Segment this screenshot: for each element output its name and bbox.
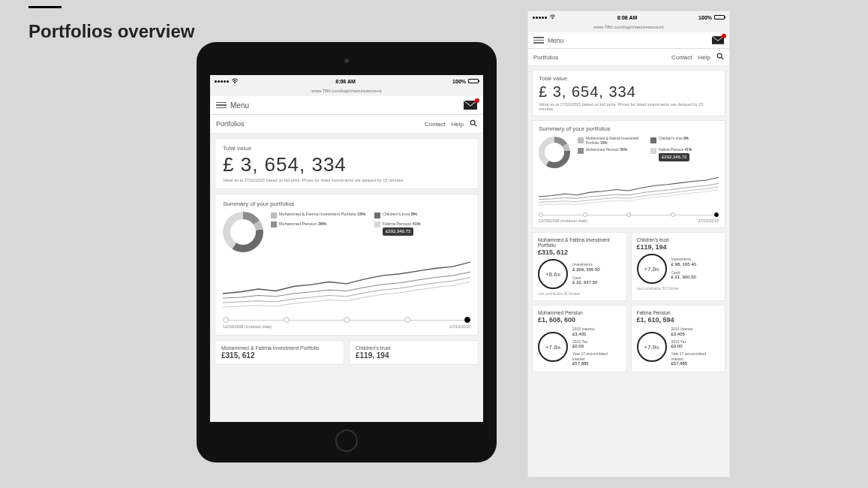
donut-chart xyxy=(539,137,570,168)
timeline-node-active[interactable] xyxy=(714,212,719,217)
timeline-node[interactable] xyxy=(223,317,229,323)
summary-title: Summary of your portfolios xyxy=(223,200,470,207)
svg-point-0 xyxy=(234,82,236,83)
timeline-node[interactable] xyxy=(284,317,290,323)
portfolio-stats: 2015 Interest£3,405 2015 Tax£0.00 Year 1… xyxy=(671,327,720,366)
change-ring: +7.8% xyxy=(538,332,568,362)
change-ring: +7.8% xyxy=(637,254,667,284)
url-bar: www.TBII.com/login/secureaccount xyxy=(210,87,483,96)
timeline-start: 12/03/1998 (initiation date) xyxy=(539,218,587,223)
notification-badge xyxy=(722,34,726,38)
menu-button[interactable]: Menu xyxy=(216,101,249,110)
ipad-camera xyxy=(344,59,349,63)
change-ring: +8.6% xyxy=(538,259,568,289)
battery-icon xyxy=(714,15,725,20)
legend-swatch xyxy=(650,148,656,154)
legend-item[interactable]: Mohammed & Fatima Investment Portfolio 1… xyxy=(578,137,646,146)
timeline-node[interactable] xyxy=(626,212,631,217)
title-rule xyxy=(29,6,62,8)
legend-item[interactable]: Fatima Pension 41%£292,346.72 xyxy=(374,221,470,236)
portfolio-card[interactable]: Mohammed & Fatima Investment Portfolio £… xyxy=(215,340,344,365)
help-link[interactable]: Help xyxy=(452,121,464,128)
summary-card: Summary of your portfolios Mohammed & Fa… xyxy=(532,120,725,228)
portfolio-name: Mohammed & Fatima Investment Portfolio xyxy=(538,237,621,248)
menu-button[interactable]: Menu xyxy=(533,37,563,44)
status-bar: 8:08 AM 100% xyxy=(210,75,483,87)
legend-item[interactable]: Mohammed Pension 36% xyxy=(578,148,646,162)
contact-link[interactable]: Contact xyxy=(425,121,446,128)
hamburger-icon xyxy=(216,102,227,109)
page-section-title: Portfolios xyxy=(533,54,558,61)
mail-button[interactable] xyxy=(712,36,724,44)
battery-icon xyxy=(468,79,479,83)
url-bar: www.TBII.com/login/secureaccount xyxy=(528,23,729,32)
legend-item[interactable]: Children's trust 8% xyxy=(650,137,719,146)
portfolio-card[interactable]: Fatima Pension £1, 610, 594 +7.9% 2015 I… xyxy=(631,305,726,372)
phone-screen: 8:08 AM 100% www.TBII.com/login/secureac… xyxy=(527,11,730,477)
total-value-label: Total value xyxy=(223,145,470,152)
portfolio-stats: 2015 Interest£3,405 2015 Tax£0.00 Year 1… xyxy=(572,327,621,366)
timeline-node[interactable] xyxy=(404,317,410,323)
battery-pct: 100% xyxy=(452,79,466,84)
search-button[interactable] xyxy=(470,119,477,128)
line-chart: 12/03/1998 (initiation date) 27/10/2015 xyxy=(223,260,470,329)
app-header: Menu xyxy=(528,32,729,49)
total-value-note: Value as at 27/10/2015 based on bid pric… xyxy=(223,178,470,182)
hamburger-icon xyxy=(533,37,544,44)
menu-label: Menu xyxy=(548,37,563,44)
value-tooltip: £292,346.72 xyxy=(659,153,689,161)
portfolio-name: Fatima Pension xyxy=(637,310,720,315)
page-title: Portfolios overview xyxy=(29,21,194,42)
total-value-card: Total value £ 3, 654, 334 Value as at 27… xyxy=(532,70,725,116)
total-value: £ 3, 654, 334 xyxy=(539,83,719,101)
value-tooltip: £292,346.72 xyxy=(383,227,413,236)
portfolio-name: Mohammed & Fatima Investment Portfolio xyxy=(221,345,338,351)
svg-line-7 xyxy=(722,58,724,60)
legend-item[interactable]: Mohammed Pension 36% xyxy=(271,221,367,236)
contact-link[interactable]: Contact xyxy=(671,54,692,61)
legend-item[interactable]: Children's trust 8% xyxy=(374,212,470,218)
timeline-slider[interactable] xyxy=(223,317,470,323)
legend-item[interactable]: Fatima Pension 41%£292,346.72 xyxy=(650,148,719,162)
timeline-node-active[interactable] xyxy=(464,317,470,323)
timeline-slider[interactable] xyxy=(539,212,719,217)
legend-item[interactable]: Mohammed & Fatima Investment Portfolio 1… xyxy=(271,212,367,218)
total-value-label: Total value xyxy=(539,75,719,82)
total-value-note: Value as at 27/10/2015 based on bid pric… xyxy=(539,102,719,111)
timeline-end: 27/10/2015 xyxy=(698,218,719,223)
search-button[interactable] xyxy=(716,53,724,62)
portfolio-mini-row: Mohammed & Fatima Investment Portfolio £… xyxy=(215,340,479,365)
line-chart: 12/03/1998 (initiation date) 27/10/2015 xyxy=(539,176,719,223)
timeline-end: 27/10/2015 xyxy=(449,324,470,329)
ipad-screen: 8:08 AM 100% www.TBII.com/login/secureac… xyxy=(210,75,483,422)
wifi-icon xyxy=(231,78,239,85)
ipad-home-button[interactable] xyxy=(335,429,358,452)
signal-icon xyxy=(215,80,229,83)
portfolio-value: £315, 612 xyxy=(221,351,338,360)
portfolio-card[interactable]: Mohammed Pension £1, 608, 600 +7.8% 2015… xyxy=(532,305,627,372)
portfolio-value: £315, 612 xyxy=(538,249,621,256)
search-icon xyxy=(716,53,724,60)
signal-icon xyxy=(533,17,547,19)
timeline-start: 12/03/1998 (initiation date) xyxy=(223,324,272,329)
portfolio-card[interactable]: Children's trust £119, 194 xyxy=(349,340,479,365)
timeline-node[interactable] xyxy=(344,317,350,323)
svg-point-6 xyxy=(717,53,722,58)
portfolio-card[interactable]: Children's trust £119, 194 +7.8% Investm… xyxy=(631,232,726,301)
summary-card: Summary of your portfolios Mohammed & Fa… xyxy=(215,194,479,336)
timeline-node[interactable] xyxy=(539,212,543,217)
wifi-icon xyxy=(549,14,556,20)
portfolio-card[interactable]: Mohammed & Fatima Investment Portfolio £… xyxy=(532,232,627,301)
portfolio-footnote: Last contribution 30 October xyxy=(637,287,720,291)
portfolio-footnote: Last contribution 28 October xyxy=(538,292,621,296)
portfolio-stats: Investments£ 98, 195.40 Cash£ 21, 900.50 xyxy=(671,257,696,281)
change-ring: +7.9% xyxy=(637,332,667,362)
portfolio-value: £1, 608, 600 xyxy=(538,316,621,324)
timeline-node[interactable] xyxy=(671,212,675,217)
portfolio-value: £119, 194 xyxy=(637,243,720,251)
battery-pct: 100% xyxy=(698,15,712,20)
status-time: 8:08 AM xyxy=(335,79,356,84)
help-link[interactable]: Help xyxy=(698,54,710,61)
mail-button[interactable] xyxy=(464,101,477,110)
timeline-node[interactable] xyxy=(583,212,587,217)
